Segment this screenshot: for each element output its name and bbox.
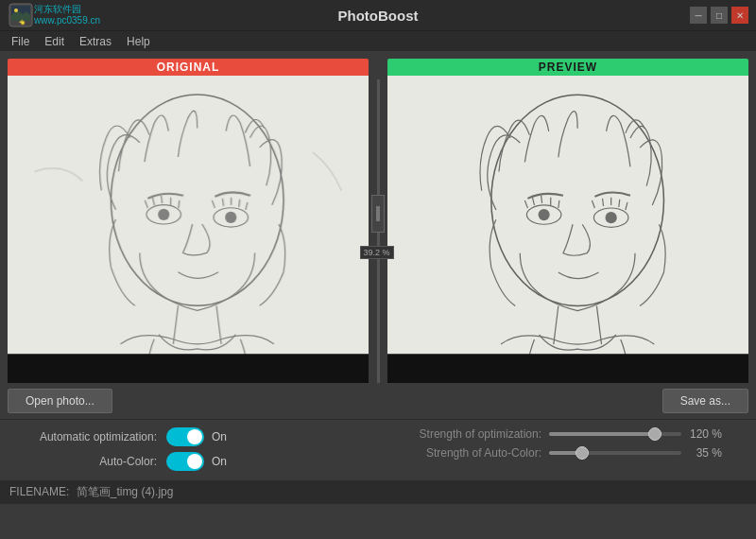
strength-opt-track[interactable] [549, 432, 681, 436]
svg-rect-11 [8, 354, 369, 382]
strength-opt-thumb[interactable] [648, 427, 662, 441]
open-photo-button[interactable]: Open photo... [8, 389, 112, 413]
svg-rect-21 [387, 354, 748, 382]
svg-point-7 [159, 209, 170, 220]
original-frame [8, 76, 369, 383]
save-as-button[interactable]: Save as... [662, 389, 748, 413]
app-logo [8, 2, 34, 28]
strength-opt-row: Strength of optimization: 120 % [381, 427, 722, 441]
strength-color-label: Strength of Auto-Color: [381, 446, 541, 460]
auto-opt-toggle[interactable] [166, 427, 204, 446]
filename-value: 简笔画_timg (4).jpg [77, 485, 174, 498]
auto-opt-thumb [187, 429, 202, 444]
auto-color-row: Auto-Color: On [15, 452, 227, 471]
maximize-button[interactable]: □ [711, 7, 728, 24]
divider-area: 39.2 % [369, 59, 387, 383]
watermark-line1: 河东软件园 [34, 4, 100, 15]
filename-bar: FILENAME: 简笔画_timg (4).jpg [0, 480, 756, 504]
menu-help[interactable]: Help [119, 31, 158, 51]
strength-opt-label: Strength of optimization: [381, 427, 541, 441]
auto-color-toggle[interactable] [166, 452, 204, 471]
watermark: 河东软件园 www.pc0359.cn [34, 4, 100, 26]
svg-point-17 [539, 209, 550, 220]
menu-extras[interactable]: Extras [72, 31, 119, 51]
preview-label: PREVIEW [387, 59, 748, 76]
image-panels: ORIGINAL [8, 59, 748, 383]
preview-sketch [387, 76, 748, 383]
preview-frame [387, 76, 748, 383]
auto-color-label: Auto-Color: [15, 455, 166, 468]
menu-bar: File Edit Extras Help [0, 30, 756, 51]
strength-color-value: 35 % [689, 446, 722, 460]
original-sketch [8, 76, 369, 383]
filename-prefix: FILENAME: [9, 485, 69, 498]
auto-color-thumb [187, 454, 202, 469]
window-controls: ─ □ ✕ [690, 7, 748, 24]
svg-point-2 [14, 9, 18, 12]
svg-point-3 [21, 21, 25, 25]
svg-point-19 [606, 212, 617, 223]
controls-right: Strength of optimization: 120 % Strength… [381, 427, 741, 471]
svg-point-9 [226, 212, 237, 223]
auto-color-state: On [212, 455, 227, 468]
auto-opt-label: Automatic optimization: [15, 430, 166, 443]
button-row: Open photo... Save as... [0, 383, 756, 419]
main-area: ORIGINAL [0, 51, 756, 383]
menu-file[interactable]: File [4, 31, 37, 51]
percent-badge: 39.2 % [360, 246, 394, 259]
strength-color-row: Strength of Auto-Color: 35 % [381, 446, 722, 460]
svg-rect-4 [8, 76, 369, 383]
minimize-button[interactable]: ─ [690, 7, 707, 24]
divider-track: 39.2 % [377, 79, 380, 383]
original-label: ORIGINAL [8, 59, 369, 76]
logo-icon [8, 2, 34, 28]
controls-area: Automatic optimization: On Auto-Color: O… [0, 419, 756, 480]
app-title: PhotoBoost [338, 8, 419, 24]
divider-handle[interactable] [371, 195, 385, 233]
auto-optimization-row: Automatic optimization: On [15, 427, 227, 446]
strength-color-thumb[interactable] [576, 446, 589, 460]
menu-edit[interactable]: Edit [37, 31, 72, 51]
close-button[interactable]: ✕ [731, 7, 748, 24]
controls-left: Automatic optimization: On Auto-Color: O… [15, 427, 227, 471]
watermark-line2: www.pc0359.cn [34, 15, 100, 26]
title-plain: Photo [338, 8, 379, 24]
strength-opt-fill [549, 432, 655, 436]
controls-inner: Automatic optimization: On Auto-Color: O… [15, 427, 741, 471]
original-panel: ORIGINAL [8, 59, 369, 383]
strength-opt-value: 120 % [689, 427, 722, 441]
title-bar: PhotoBoost 河东软件园 www.pc0359.cn ─ □ ✕ [0, 0, 756, 30]
preview-panel: PREVIEW [387, 59, 748, 383]
auto-opt-state: On [212, 430, 227, 443]
title-bold: Boost [378, 8, 419, 24]
strength-color-track[interactable] [549, 451, 681, 455]
svg-rect-14 [387, 76, 748, 383]
